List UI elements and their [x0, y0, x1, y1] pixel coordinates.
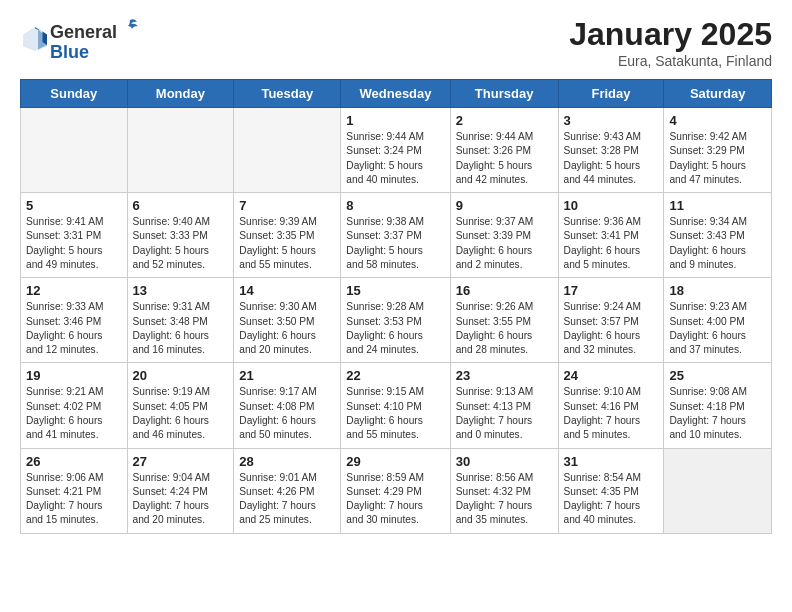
day-number: 15 — [346, 283, 444, 298]
day-number: 9 — [456, 198, 553, 213]
day-header-thursday: Thursday — [450, 80, 558, 108]
day-info: Sunrise: 9:17 AM Sunset: 4:08 PM Dayligh… — [239, 385, 335, 442]
day-number: 20 — [133, 368, 229, 383]
calendar-cell: 11Sunrise: 9:34 AM Sunset: 3:43 PM Dayli… — [664, 193, 772, 278]
day-info: Sunrise: 9:44 AM Sunset: 3:24 PM Dayligh… — [346, 130, 444, 187]
day-number: 16 — [456, 283, 553, 298]
calendar-cell: 18Sunrise: 9:23 AM Sunset: 4:00 PM Dayli… — [664, 278, 772, 363]
day-info: Sunrise: 9:21 AM Sunset: 4:02 PM Dayligh… — [26, 385, 122, 442]
day-info: Sunrise: 9:43 AM Sunset: 3:28 PM Dayligh… — [564, 130, 659, 187]
calendar-cell — [234, 108, 341, 193]
calendar-cell — [664, 448, 772, 533]
calendar-cell: 30Sunrise: 8:56 AM Sunset: 4:32 PM Dayli… — [450, 448, 558, 533]
day-info: Sunrise: 9:23 AM Sunset: 4:00 PM Dayligh… — [669, 300, 766, 357]
calendar-cell: 4Sunrise: 9:42 AM Sunset: 3:29 PM Daylig… — [664, 108, 772, 193]
calendar-cell: 5Sunrise: 9:41 AM Sunset: 3:31 PM Daylig… — [21, 193, 128, 278]
calendar-week-row: 19Sunrise: 9:21 AM Sunset: 4:02 PM Dayli… — [21, 363, 772, 448]
day-info: Sunrise: 9:36 AM Sunset: 3:41 PM Dayligh… — [564, 215, 659, 272]
day-info: Sunrise: 9:28 AM Sunset: 3:53 PM Dayligh… — [346, 300, 444, 357]
day-number: 28 — [239, 454, 335, 469]
day-number: 8 — [346, 198, 444, 213]
day-number: 14 — [239, 283, 335, 298]
day-number: 10 — [564, 198, 659, 213]
day-info: Sunrise: 9:04 AM Sunset: 4:24 PM Dayligh… — [133, 471, 229, 528]
day-number: 3 — [564, 113, 659, 128]
calendar-cell: 23Sunrise: 9:13 AM Sunset: 4:13 PM Dayli… — [450, 363, 558, 448]
calendar-body: 1Sunrise: 9:44 AM Sunset: 3:24 PM Daylig… — [21, 108, 772, 534]
day-header-monday: Monday — [127, 80, 234, 108]
day-info: Sunrise: 9:15 AM Sunset: 4:10 PM Dayligh… — [346, 385, 444, 442]
day-info: Sunrise: 9:06 AM Sunset: 4:21 PM Dayligh… — [26, 471, 122, 528]
calendar-cell: 9Sunrise: 9:37 AM Sunset: 3:39 PM Daylig… — [450, 193, 558, 278]
calendar-cell: 14Sunrise: 9:30 AM Sunset: 3:50 PM Dayli… — [234, 278, 341, 363]
day-number: 6 — [133, 198, 229, 213]
day-header-wednesday: Wednesday — [341, 80, 450, 108]
day-number: 22 — [346, 368, 444, 383]
day-info: Sunrise: 8:54 AM Sunset: 4:35 PM Dayligh… — [564, 471, 659, 528]
day-number: 25 — [669, 368, 766, 383]
day-info: Sunrise: 9:10 AM Sunset: 4:16 PM Dayligh… — [564, 385, 659, 442]
calendar-cell: 2Sunrise: 9:44 AM Sunset: 3:26 PM Daylig… — [450, 108, 558, 193]
calendar-table: SundayMondayTuesdayWednesdayThursdayFrid… — [20, 79, 772, 534]
logo-text-general: General — [50, 23, 117, 43]
calendar-cell — [127, 108, 234, 193]
title-block: January 2025 Eura, Satakunta, Finland — [569, 16, 772, 69]
calendar-cell: 12Sunrise: 9:33 AM Sunset: 3:46 PM Dayli… — [21, 278, 128, 363]
day-number: 31 — [564, 454, 659, 469]
calendar-cell: 3Sunrise: 9:43 AM Sunset: 3:28 PM Daylig… — [558, 108, 664, 193]
calendar-cell: 1Sunrise: 9:44 AM Sunset: 3:24 PM Daylig… — [341, 108, 450, 193]
day-number: 7 — [239, 198, 335, 213]
day-number: 30 — [456, 454, 553, 469]
calendar-cell: 20Sunrise: 9:19 AM Sunset: 4:05 PM Dayli… — [127, 363, 234, 448]
day-info: Sunrise: 9:38 AM Sunset: 3:37 PM Dayligh… — [346, 215, 444, 272]
day-number: 12 — [26, 283, 122, 298]
day-info: Sunrise: 9:08 AM Sunset: 4:18 PM Dayligh… — [669, 385, 766, 442]
day-number: 1 — [346, 113, 444, 128]
calendar-week-row: 12Sunrise: 9:33 AM Sunset: 3:46 PM Dayli… — [21, 278, 772, 363]
day-info: Sunrise: 9:40 AM Sunset: 3:33 PM Dayligh… — [133, 215, 229, 272]
calendar-header-row: SundayMondayTuesdayWednesdayThursdayFrid… — [21, 80, 772, 108]
calendar-cell — [21, 108, 128, 193]
day-number: 19 — [26, 368, 122, 383]
calendar-cell: 28Sunrise: 9:01 AM Sunset: 4:26 PM Dayli… — [234, 448, 341, 533]
day-info: Sunrise: 9:41 AM Sunset: 3:31 PM Dayligh… — [26, 215, 122, 272]
calendar-cell: 15Sunrise: 9:28 AM Sunset: 3:53 PM Dayli… — [341, 278, 450, 363]
day-info: Sunrise: 9:33 AM Sunset: 3:46 PM Dayligh… — [26, 300, 122, 357]
calendar-cell: 8Sunrise: 9:38 AM Sunset: 3:37 PM Daylig… — [341, 193, 450, 278]
calendar-week-row: 1Sunrise: 9:44 AM Sunset: 3:24 PM Daylig… — [21, 108, 772, 193]
calendar-cell: 22Sunrise: 9:15 AM Sunset: 4:10 PM Dayli… — [341, 363, 450, 448]
main-title: January 2025 — [569, 16, 772, 53]
day-info: Sunrise: 9:42 AM Sunset: 3:29 PM Dayligh… — [669, 130, 766, 187]
day-number: 21 — [239, 368, 335, 383]
calendar-cell: 7Sunrise: 9:39 AM Sunset: 3:35 PM Daylig… — [234, 193, 341, 278]
day-header-saturday: Saturday — [664, 80, 772, 108]
calendar-cell: 13Sunrise: 9:31 AM Sunset: 3:48 PM Dayli… — [127, 278, 234, 363]
day-number: 18 — [669, 283, 766, 298]
logo-bird-icon — [119, 16, 141, 38]
day-info: Sunrise: 9:44 AM Sunset: 3:26 PM Dayligh… — [456, 130, 553, 187]
day-number: 13 — [133, 283, 229, 298]
calendar-cell: 19Sunrise: 9:21 AM Sunset: 4:02 PM Dayli… — [21, 363, 128, 448]
day-info: Sunrise: 9:24 AM Sunset: 3:57 PM Dayligh… — [564, 300, 659, 357]
day-info: Sunrise: 9:39 AM Sunset: 3:35 PM Dayligh… — [239, 215, 335, 272]
day-header-tuesday: Tuesday — [234, 80, 341, 108]
logo: General Blue — [20, 16, 141, 63]
calendar-week-row: 26Sunrise: 9:06 AM Sunset: 4:21 PM Dayli… — [21, 448, 772, 533]
day-info: Sunrise: 9:26 AM Sunset: 3:55 PM Dayligh… — [456, 300, 553, 357]
day-info: Sunrise: 8:59 AM Sunset: 4:29 PM Dayligh… — [346, 471, 444, 528]
day-header-friday: Friday — [558, 80, 664, 108]
calendar-cell: 31Sunrise: 8:54 AM Sunset: 4:35 PM Dayli… — [558, 448, 664, 533]
calendar-cell: 17Sunrise: 9:24 AM Sunset: 3:57 PM Dayli… — [558, 278, 664, 363]
day-info: Sunrise: 9:34 AM Sunset: 3:43 PM Dayligh… — [669, 215, 766, 272]
calendar-cell: 25Sunrise: 9:08 AM Sunset: 4:18 PM Dayli… — [664, 363, 772, 448]
day-number: 29 — [346, 454, 444, 469]
calendar-cell: 10Sunrise: 9:36 AM Sunset: 3:41 PM Dayli… — [558, 193, 664, 278]
day-number: 4 — [669, 113, 766, 128]
day-number: 5 — [26, 198, 122, 213]
day-info: Sunrise: 9:30 AM Sunset: 3:50 PM Dayligh… — [239, 300, 335, 357]
calendar-cell: 27Sunrise: 9:04 AM Sunset: 4:24 PM Dayli… — [127, 448, 234, 533]
logo-text-blue: Blue — [50, 42, 89, 62]
day-header-sunday: Sunday — [21, 80, 128, 108]
day-number: 11 — [669, 198, 766, 213]
day-info: Sunrise: 9:19 AM Sunset: 4:05 PM Dayligh… — [133, 385, 229, 442]
